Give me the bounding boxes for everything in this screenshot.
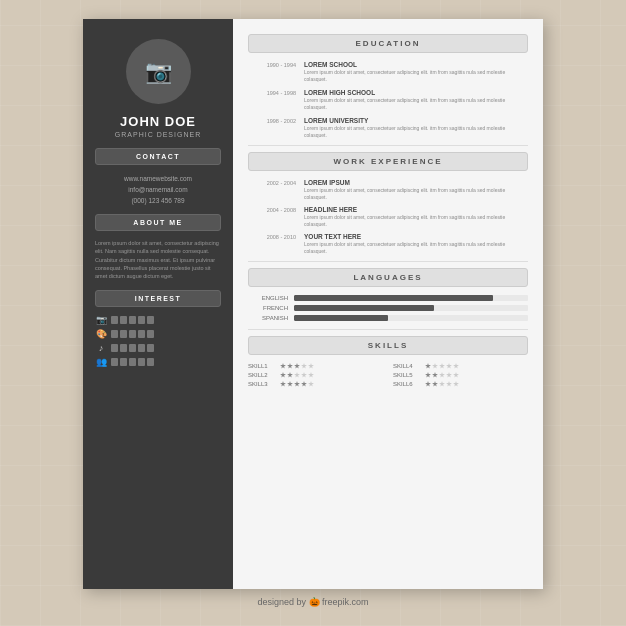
skill-name-6: SKILL6 <box>393 381 421 387</box>
divider-3 <box>248 329 528 330</box>
work-year-3: 2008 - 2010 <box>248 233 296 255</box>
work-content-3: YOUR TEXT HERE Lorem ipsum dolor sit ame… <box>304 233 528 255</box>
work-title-1: LOREM IPSUM <box>304 179 528 186</box>
about-button[interactable]: ABOUT ME <box>95 214 221 231</box>
photo-icon: 📷 <box>95 315 107 325</box>
star <box>287 372 293 378</box>
bar <box>147 316 154 324</box>
skill-stars-6 <box>425 381 459 387</box>
bar <box>129 316 136 324</box>
skill-item-6: SKILL6 <box>393 381 528 387</box>
about-text: Lorem ipsum dolor sit amet, consectetur … <box>95 239 221 280</box>
skill-item-3: SKILL3 <box>248 381 383 387</box>
skill-name-2: SKILL2 <box>248 372 276 378</box>
edu-item-3: 1998 - 2002 LOREM UNIVERSITY Lorem ipsum… <box>248 117 528 139</box>
contact-button[interactable]: CONTACT <box>95 148 221 165</box>
star <box>425 381 431 387</box>
bar <box>138 316 145 324</box>
interest-item-4: 👥 <box>95 357 221 367</box>
music-icon: ♪ <box>95 343 107 353</box>
skill-item-4: SKILL4 <box>393 363 528 369</box>
edu-desc-2: Lorem ipsum dolor sit amet, consectetuer… <box>304 97 528 111</box>
skill-name-5: SKILL5 <box>393 372 421 378</box>
interest-button[interactable]: INTEREST <box>95 290 221 307</box>
star-empty <box>453 363 459 369</box>
star <box>294 381 300 387</box>
edu-year-3: 1998 - 2002 <box>248 117 296 139</box>
bar <box>129 330 136 338</box>
lang-item-english: ENGLISH <box>248 295 528 301</box>
edu-desc-1: Lorem ipsum dolor sit amet, consectetuer… <box>304 69 528 83</box>
divider-2 <box>248 261 528 262</box>
bar <box>120 358 127 366</box>
edu-content-3: LOREM UNIVERSITY Lorem ipsum dolor sit a… <box>304 117 528 139</box>
skill-name-3: SKILL3 <box>248 381 276 387</box>
edu-item-2: 1994 - 1998 LOREM HIGH SCHOOL Lorem ipsu… <box>248 89 528 111</box>
lang-bar-bg-spanish <box>294 315 528 321</box>
work-title-2: HEADLINE HERE <box>304 206 528 213</box>
skills-header: SKILLS <box>248 336 528 355</box>
skill-item-1: SKILL1 <box>248 363 383 369</box>
star-empty <box>453 372 459 378</box>
work-content-2: HEADLINE HERE Lorem ipsum dolor sit amet… <box>304 206 528 228</box>
bar <box>111 344 118 352</box>
edu-year-2: 1994 - 1998 <box>248 89 296 111</box>
lang-name-english: ENGLISH <box>248 295 288 301</box>
resume-card: 📷 JOHN DOE GRAPHIC DESIGNER CONTACT www.… <box>83 19 543 589</box>
bar <box>111 358 118 366</box>
contact-info: www.namewebsite.com info@namemail.com (0… <box>124 173 192 206</box>
star-empty <box>453 381 459 387</box>
bar <box>147 330 154 338</box>
lang-name-spanish: SPANISH <box>248 315 288 321</box>
interest-section: 📷 🎨 ♪ <box>95 315 221 371</box>
work-year-2: 2004 - 2008 <box>248 206 296 228</box>
lang-bar-bg-french <box>294 305 528 311</box>
bar <box>138 358 145 366</box>
interest-item-1: 📷 <box>95 315 221 325</box>
star-empty <box>301 363 307 369</box>
star <box>301 381 307 387</box>
work-desc-1: Lorem ipsum dolor sit amet, consectetuer… <box>304 187 528 201</box>
bar <box>120 344 127 352</box>
edu-school-1: LOREM SCHOOL <box>304 61 528 68</box>
lang-item-french: FRENCH <box>248 305 528 311</box>
skill-item-5: SKILL5 <box>393 372 528 378</box>
work-item-1: 2002 - 2004 LOREM IPSUM Lorem ipsum dolo… <box>248 179 528 201</box>
languages-section: ENGLISH FRENCH SPANISH <box>248 295 528 321</box>
website: www.namewebsite.com <box>124 173 192 184</box>
bar <box>138 344 145 352</box>
people-icon: 👥 <box>95 357 107 367</box>
star <box>425 372 431 378</box>
lang-bar-fill-spanish <box>294 315 388 321</box>
email: info@namemail.com <box>124 184 192 195</box>
work-year-1: 2002 - 2004 <box>248 179 296 201</box>
skill-name-4: SKILL4 <box>393 363 421 369</box>
work-item-2: 2004 - 2008 HEADLINE HERE Lorem ipsum do… <box>248 206 528 228</box>
right-column: EDUCATION 1990 - 1994 LOREM SCHOOL Lorem… <box>233 19 543 589</box>
interest-item-2: 🎨 <box>95 329 221 339</box>
work-title-3: YOUR TEXT HERE <box>304 233 528 240</box>
interest-bars-1 <box>111 316 154 324</box>
skill-stars-5 <box>425 372 459 378</box>
star-empty <box>301 372 307 378</box>
interest-bars-4 <box>111 358 154 366</box>
person-title: GRAPHIC DESIGNER <box>115 131 201 138</box>
star <box>280 381 286 387</box>
left-column: 📷 JOHN DOE GRAPHIC DESIGNER CONTACT www.… <box>83 19 233 589</box>
skills-grid: SKILL1 SKILL4 <box>248 363 528 387</box>
edu-content-2: LOREM HIGH SCHOOL Lorem ipsum dolor sit … <box>304 89 528 111</box>
edu-item-1: 1990 - 1994 LOREM SCHOOL Lorem ipsum dol… <box>248 61 528 83</box>
star <box>425 363 431 369</box>
camera-icon: 📷 <box>145 59 172 85</box>
work-header: WORK EXPERIENCE <box>248 152 528 171</box>
star <box>287 381 293 387</box>
star <box>287 363 293 369</box>
lang-bar-bg-english <box>294 295 528 301</box>
star-empty <box>308 363 314 369</box>
phone: (000) 123 456 789 <box>124 195 192 206</box>
star-empty <box>439 372 445 378</box>
work-item-3: 2008 - 2010 YOUR TEXT HERE Lorem ipsum d… <box>248 233 528 255</box>
bar <box>147 358 154 366</box>
skill-stars-2 <box>280 372 314 378</box>
skill-stars-1 <box>280 363 314 369</box>
